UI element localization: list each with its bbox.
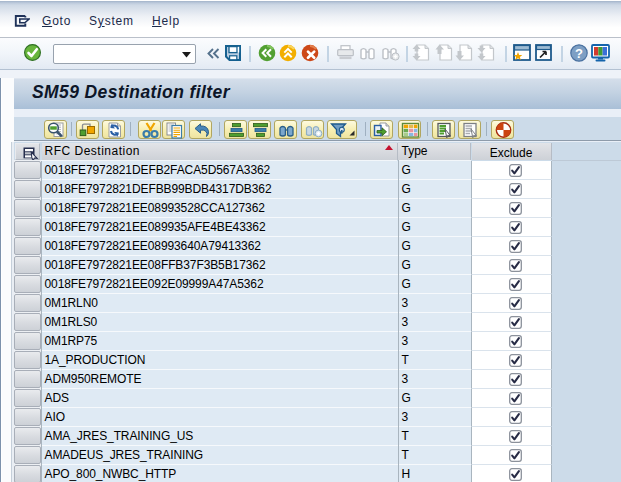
svg-text:?: ?: [575, 46, 583, 61]
